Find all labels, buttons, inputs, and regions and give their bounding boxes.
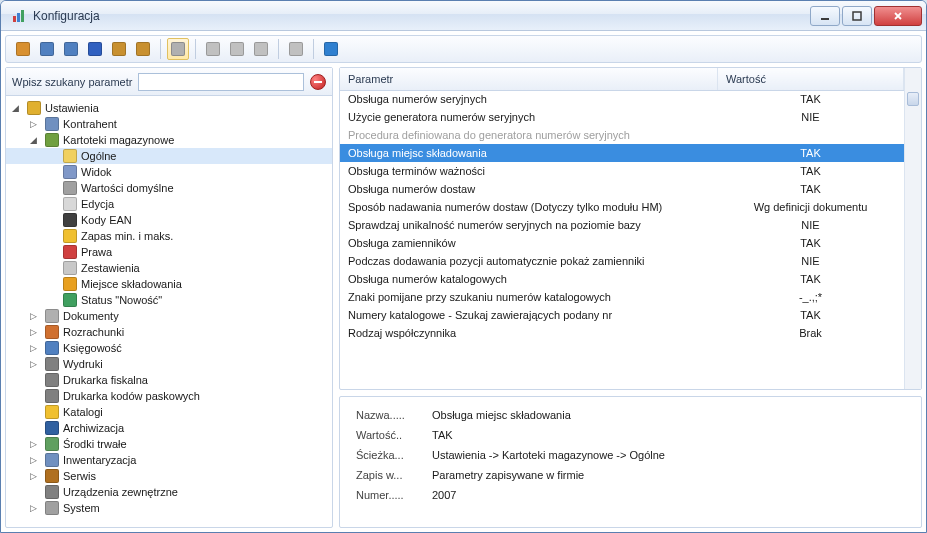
tree-item-label: Edycja [81, 198, 114, 210]
cell-value: TAK [718, 234, 904, 252]
maximize-button[interactable] [842, 6, 872, 26]
titlebar: Konfiguracja [1, 1, 926, 31]
tree-kontrahent[interactable]: ▷Kontrahent [6, 116, 332, 132]
table-row[interactable]: Obsługa numerów seryjnychTAK [340, 90, 904, 108]
tree-srodki-trwale[interactable]: ▷Środki trwałe [6, 436, 332, 452]
table-row[interactable]: Podczas dodawania pozycji automatycznie … [340, 252, 904, 270]
expand-icon[interactable]: ▷ [28, 503, 39, 514]
table-row[interactable]: Procedura definiowana do generatora nume… [340, 126, 904, 144]
expand-icon[interactable]: ▷ [28, 119, 39, 130]
tree-wartosci-domyslne[interactable]: Wartości domyślne [6, 180, 332, 196]
tree-drukarka-kodow[interactable]: Drukarka kodów paskowych [6, 388, 332, 404]
expand-icon[interactable]: ▷ [28, 311, 39, 322]
col-header-param[interactable]: Parametr [340, 68, 718, 90]
table-row[interactable]: Numery katalogowe - Szukaj zawierających… [340, 306, 904, 324]
tree-miejsce-skladowania[interactable]: Miejsce składowania [6, 276, 332, 292]
table-row[interactable]: Obsługa numerów dostawTAK [340, 180, 904, 198]
table-row[interactable]: Znaki pomijane przy szukaniu numerów kat… [340, 288, 904, 306]
tree-prawa[interactable]: Prawa [6, 244, 332, 260]
expand-icon[interactable]: ▷ [28, 327, 39, 338]
tree-item-label: Ogólne [81, 150, 116, 162]
table-row[interactable]: Sprawdzaj unikalność numerów seryjnych n… [340, 216, 904, 234]
tree-ogolne[interactable]: Ogólne [6, 148, 332, 164]
col-header-value[interactable]: Wartość [718, 68, 904, 90]
expand-icon[interactable]: ▷ [28, 471, 39, 482]
tree-zapas[interactable]: Zapas min. i maks. [6, 228, 332, 244]
tree-ksiegowosc[interactable]: ▷Księgowość [6, 340, 332, 356]
box1-icon[interactable] [108, 38, 130, 60]
person-icon [44, 116, 60, 132]
tree-widok[interactable]: Widok [6, 164, 332, 180]
table-row[interactable]: Obsługa terminów ważnościTAK [340, 162, 904, 180]
tree-kody-ean[interactable]: Kody EAN [6, 212, 332, 228]
table-row[interactable]: Obsługa zamiennikówTAK [340, 234, 904, 252]
layout-icon[interactable] [285, 38, 307, 60]
barcode-printer-icon [44, 388, 60, 404]
grid-scroll-thumb[interactable] [907, 92, 919, 106]
table-row[interactable]: Rodzaj współczynnikaBrak [340, 324, 904, 342]
tree-urzadzenia[interactable]: Urządzenia zewnętrzne [6, 484, 332, 500]
tree-zestawienia[interactable]: Zestawienia [6, 260, 332, 276]
search-input[interactable] [138, 73, 304, 91]
tree-status-nowosc[interactable]: Status "Nowość" [6, 292, 332, 308]
cell-param: Obsługa numerów katalogowych [340, 270, 718, 288]
tree-inwentaryzacja[interactable]: ▷Inwentaryzacja [6, 452, 332, 468]
tree-archiwizacja[interactable]: Archiwizacja [6, 420, 332, 436]
service-icon [44, 468, 60, 484]
collapse-icon[interactable]: ◢ [28, 135, 39, 146]
refresh-icon[interactable] [226, 38, 248, 60]
svg-rect-4 [853, 12, 861, 20]
tree-wydruki[interactable]: ▷Wydruki [6, 356, 332, 372]
cell-value [718, 126, 904, 144]
table-row[interactable]: Obsługa miejsc składowaniaTAK [340, 144, 904, 162]
server1-icon[interactable] [36, 38, 58, 60]
cell-value: NIE [718, 252, 904, 270]
tree-item-label: Drukarka fiskalna [63, 374, 148, 386]
tree-kartoteki-magazynowe[interactable]: ◢Kartoteki magazynowe [6, 132, 332, 148]
tree-item-label: Dokumenty [63, 310, 119, 322]
tree-drukarka-fiskalna[interactable]: Drukarka fiskalna [6, 372, 332, 388]
tree-system[interactable]: ▷System [6, 500, 332, 516]
home-icon[interactable] [12, 38, 34, 60]
window-buttons [808, 6, 922, 26]
defaults-icon [62, 180, 78, 196]
expand-icon[interactable]: ▷ [28, 439, 39, 450]
table-row[interactable]: Sposób nadawania numerów dostaw (Dotyczy… [340, 198, 904, 216]
tree-edycja[interactable]: Edycja [6, 196, 332, 212]
cell-value: NIE [718, 216, 904, 234]
undo-icon[interactable] [250, 38, 272, 60]
expand-icon[interactable]: ▷ [28, 343, 39, 354]
clear-search-button[interactable] [310, 74, 326, 90]
table-row[interactable]: Użycie generatora numerów seryjnychNIE [340, 108, 904, 126]
cell-value: Wg definicji dokumentu [718, 198, 904, 216]
minimize-button[interactable] [810, 6, 840, 26]
edit-icon[interactable] [202, 38, 224, 60]
table-row[interactable]: Obsługa numerów katalogowychTAK [340, 270, 904, 288]
parameter-grid[interactable]: Parametr Wartość Obsługa numerów seryjny… [340, 68, 904, 389]
inventory-icon [44, 452, 60, 468]
cell-param: Obsługa terminów ważności [340, 162, 718, 180]
expand-icon[interactable]: ▷ [28, 359, 39, 370]
collapse-icon[interactable]: ◢ [10, 103, 21, 114]
edit-icon [62, 196, 78, 212]
tree-serwis[interactable]: ▷Serwis [6, 468, 332, 484]
help-icon[interactable] [320, 38, 342, 60]
grid-scrollbar[interactable] [904, 68, 921, 389]
close-button[interactable] [874, 6, 922, 26]
server2-icon[interactable] [60, 38, 82, 60]
tools-icon[interactable] [167, 38, 189, 60]
expand-icon[interactable]: ▷ [28, 455, 39, 466]
svg-rect-0 [13, 16, 16, 22]
search-label: Wpisz szukany parametr [12, 76, 132, 88]
detail-value-save: Parametry zapisywane w firmie [432, 469, 905, 481]
toolbar-separator [313, 39, 314, 59]
tree-rozrachunki[interactable]: ▷Rozrachunki [6, 324, 332, 340]
settings-icon [26, 100, 42, 116]
box2-icon[interactable] [132, 38, 154, 60]
star-icon[interactable] [84, 38, 106, 60]
tree[interactable]: ◢Ustawienia▷Kontrahent◢Kartoteki magazyn… [6, 96, 332, 527]
tree-dokumenty[interactable]: ▷Dokumenty [6, 308, 332, 324]
tree-ustawienia[interactable]: ◢Ustawienia [6, 100, 332, 116]
tree-item-label: Ustawienia [45, 102, 99, 114]
tree-katalogi[interactable]: Katalogi [6, 404, 332, 420]
